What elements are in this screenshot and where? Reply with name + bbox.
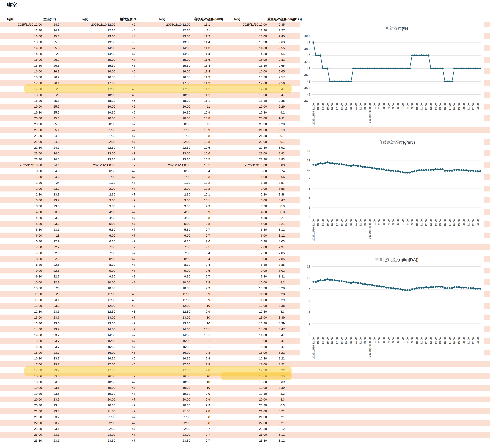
cell-volumetric-abs-humidity: 10.1 (191, 326, 210, 332)
data-point-marker (460, 68, 462, 70)
cell-time: 18:30 (0, 98, 42, 104)
data-point-marker (390, 170, 392, 172)
chart-svg: 024681012142025/11/10 12:0013:0014:0015:… (300, 136, 484, 243)
cell-volumetric-abs-humidity: 10.8 (191, 139, 210, 145)
data-point-marker (409, 289, 411, 291)
data-point-marker (420, 54, 422, 56)
y-tick-label: 48 (307, 53, 310, 57)
data-point-marker (451, 80, 453, 82)
data-point-marker (468, 68, 470, 70)
cell-room-temp: 23.5 (42, 209, 61, 215)
cell-room-temp: 26 (42, 86, 61, 92)
header-time-3: 時間 (159, 17, 165, 21)
data-point-marker (444, 170, 446, 172)
data-point-marker (374, 167, 376, 169)
data-point-marker (383, 286, 385, 288)
x-tick-label: 21:00 (354, 219, 357, 226)
cell-time: 8:00 (0, 256, 42, 262)
data-point-marker (446, 170, 448, 172)
cell-room-temp: 23.9 (42, 186, 61, 192)
cell-volumetric-abs-humidity: 10.2 (191, 186, 210, 192)
cell-time: 15:00 (0, 57, 42, 62)
cell-weight-abs-humidity: 8.47 (267, 197, 285, 203)
cell-weight-abs-humidity: 9.1 (267, 139, 285, 145)
cell-time: 16:30 (136, 74, 191, 80)
cell-room-temp: 23.3 (42, 408, 61, 414)
cell-time: 4:00 (0, 209, 42, 215)
data-point-marker (359, 165, 361, 167)
x-tick-label: 22:00 (359, 103, 362, 110)
cell-volumetric-abs-humidity: 10 (191, 379, 210, 385)
cell-weight-abs-humidity: 8.39 (267, 379, 285, 385)
worksheet: 寝室 時間 室温(℃) 時間 相対湿度(%) 時間 容積絶対湿度(g/m3) 時… (0, 0, 490, 448)
cell-room-temp: 23.1 (42, 297, 61, 303)
data-point-marker (326, 278, 328, 280)
cell-weight-abs-humidity: 8.22 (267, 355, 285, 361)
x-tick-label: 18:00 (453, 103, 456, 110)
y-tick-label: 48.5 (304, 47, 310, 51)
cell-weight-abs-humidity: 8.12 (267, 227, 285, 232)
x-tick-label: 15:00 (326, 103, 329, 110)
cell-time: 14:00 (61, 326, 116, 332)
cell-time: 3:00 (61, 197, 116, 203)
cell-time: 17:30 (210, 367, 267, 373)
data-point-marker (324, 68, 326, 70)
cell-relative-humidity: 47 (116, 186, 136, 192)
cell-weight-abs-humidity: 8.57 (267, 180, 285, 185)
cell-room-temp: 23 (42, 291, 61, 297)
x-tick-label: 1:00 (373, 103, 376, 109)
y-tick-label: 2 (308, 322, 310, 325)
data-point-marker (439, 168, 441, 170)
cell-volumetric-abs-humidity: 9.4 (191, 262, 210, 268)
cell-room-temp: 26 (42, 92, 61, 98)
cell-time: 23:00 (61, 432, 116, 438)
data-point-marker (348, 281, 350, 283)
x-tick-label: 14:00 (434, 103, 437, 110)
cell-volumetric-abs-humidity: 11.4 (191, 39, 210, 45)
cell-volumetric-abs-humidity: 10 (191, 320, 210, 326)
x-tick-label: 23:00 (476, 103, 480, 110)
x-tick-label: 1:00 (373, 219, 376, 225)
cell-time: 21:30 (136, 133, 191, 139)
x-tick-label: 9:00 (411, 219, 414, 225)
x-tick-label: 20:00 (462, 103, 465, 110)
cell-time: 21:00 (210, 127, 267, 133)
x-tick-label: 10:00 (415, 337, 419, 344)
chart-volumetric-abs-humidity: 024681012142025/11/10 12:0013:0014:0015:… (300, 136, 484, 243)
cell-weight-abs-humidity: 8.29 (267, 297, 285, 303)
cell-time: 12:30 (61, 27, 116, 33)
cell-time: 18:30 (210, 98, 267, 104)
data-point-marker (369, 284, 371, 286)
y-tick-label: 8 (308, 288, 310, 291)
cell-time: 22:30 (210, 145, 267, 150)
cell-relative-humidity: 47 (116, 121, 136, 127)
cell-volumetric-abs-humidity: 10.8 (191, 133, 210, 139)
cell-time: 2025/11/11 0:00 (136, 162, 191, 168)
cell-weight-abs-humidity: 8.83 (267, 156, 285, 162)
cell-time: 17:00 (210, 80, 267, 86)
cell-filler (285, 414, 490, 420)
data-point-marker (442, 68, 444, 70)
cell-weight-abs-humidity: 9.19 (267, 127, 285, 133)
x-tick-label: 13:00 (429, 219, 432, 226)
cell-time: 15:30 (210, 344, 267, 350)
y-tick-label: 44.5 (304, 99, 310, 103)
cell-time: 2025/11/10 12:00 (210, 22, 267, 27)
x-tick-label: 2025/11/10 12:00 (312, 103, 315, 125)
x-tick-label: 9:00 (411, 103, 414, 109)
cell-weight-abs-humidity: 8.12 (267, 438, 285, 443)
cell-time: 2:00 (210, 186, 267, 192)
data-point-marker (388, 169, 390, 171)
x-tick-label: 6:00 (396, 219, 400, 225)
header-time-2: 時間 (82, 17, 88, 21)
cell-room-temp: 22.6 (42, 256, 61, 262)
cell-volumetric-abs-humidity: 11.6 (191, 57, 210, 62)
cell-room-temp: 23.7 (42, 332, 61, 338)
cell-time: 13:30 (0, 320, 42, 326)
cell-time: 18:30 (136, 98, 191, 104)
data-point-marker (413, 54, 415, 56)
data-point-marker (430, 68, 432, 70)
cell-weight-abs-humidity: 8.38 (267, 303, 285, 308)
y-tick-label: 10 (307, 168, 310, 171)
data-point-marker (395, 68, 397, 70)
